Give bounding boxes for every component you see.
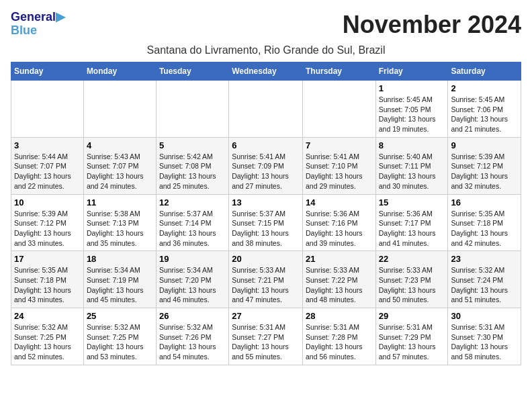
calendar-cell: 22Sunrise: 5:33 AM Sunset: 7:23 PM Dayli…	[375, 251, 448, 308]
calendar-cell: 4Sunrise: 5:43 AM Sunset: 7:07 PM Daylig…	[83, 137, 156, 194]
weekday-header-monday: Monday	[83, 62, 156, 81]
day-number: 13	[232, 197, 300, 208]
day-number: 8	[379, 140, 445, 150]
day-number: 28	[306, 311, 373, 321]
day-number: 3	[14, 140, 81, 150]
day-number: 24	[14, 311, 81, 321]
calendar-table: SundayMondayTuesdayWednesdayThursdayFrid…	[11, 62, 521, 365]
day-info: Sunrise: 5:31 AM Sunset: 7:30 PM Dayligh…	[451, 322, 518, 362]
day-number: 9	[451, 140, 518, 150]
location-title: Santana do Livramento, Rio Grande do Sul…	[11, 44, 521, 56]
calendar-cell: 28Sunrise: 5:31 AM Sunset: 7:28 PM Dayli…	[302, 308, 375, 365]
day-info: Sunrise: 5:41 AM Sunset: 7:10 PM Dayligh…	[306, 152, 373, 191]
day-number: 2	[451, 83, 518, 93]
day-number: 6	[232, 140, 300, 150]
calendar-cell: 15Sunrise: 5:36 AM Sunset: 7:17 PM Dayli…	[375, 194, 448, 251]
day-number: 21	[306, 254, 373, 264]
calendar-cell: 11Sunrise: 5:38 AM Sunset: 7:13 PM Dayli…	[83, 194, 156, 251]
day-info: Sunrise: 5:38 AM Sunset: 7:13 PM Dayligh…	[87, 209, 153, 248]
calendar-week-5: 24Sunrise: 5:32 AM Sunset: 7:25 PM Dayli…	[11, 308, 521, 365]
calendar-cell: 29Sunrise: 5:31 AM Sunset: 7:29 PM Dayli…	[375, 308, 448, 365]
day-info: Sunrise: 5:34 AM Sunset: 7:19 PM Dayligh…	[87, 265, 153, 305]
calendar-cell: 6Sunrise: 5:41 AM Sunset: 7:09 PM Daylig…	[229, 137, 303, 194]
calendar-cell	[83, 81, 156, 138]
calendar-cell	[302, 81, 375, 138]
day-info: Sunrise: 5:43 AM Sunset: 7:07 PM Dayligh…	[87, 152, 153, 191]
day-info: Sunrise: 5:40 AM Sunset: 7:11 PM Dayligh…	[379, 152, 445, 191]
day-number: 26	[159, 311, 226, 321]
day-number: 14	[306, 197, 373, 208]
weekday-header-tuesday: Tuesday	[156, 62, 228, 81]
logo-text: General▶Blue	[11, 11, 65, 38]
day-info: Sunrise: 5:37 AM Sunset: 7:15 PM Dayligh…	[232, 209, 300, 248]
calendar-cell: 5Sunrise: 5:42 AM Sunset: 7:08 PM Daylig…	[156, 137, 228, 194]
day-info: Sunrise: 5:32 AM Sunset: 7:26 PM Dayligh…	[159, 322, 226, 362]
weekday-header-saturday: Saturday	[448, 62, 521, 81]
day-info: Sunrise: 5:31 AM Sunset: 7:29 PM Dayligh…	[379, 322, 445, 362]
day-info: Sunrise: 5:34 AM Sunset: 7:20 PM Dayligh…	[159, 265, 226, 305]
day-number: 29	[379, 311, 445, 321]
day-info: Sunrise: 5:32 AM Sunset: 7:25 PM Dayligh…	[87, 322, 153, 362]
day-number: 7	[306, 140, 373, 150]
day-number: 1	[379, 83, 445, 93]
month-title: November 2024	[343, 11, 521, 39]
day-number: 15	[379, 197, 445, 208]
day-info: Sunrise: 5:31 AM Sunset: 7:27 PM Dayligh…	[232, 322, 300, 362]
logo-accent: ▶	[56, 10, 65, 24]
calendar-cell: 9Sunrise: 5:39 AM Sunset: 7:12 PM Daylig…	[448, 137, 521, 194]
day-info: Sunrise: 5:32 AM Sunset: 7:24 PM Dayligh…	[451, 265, 518, 305]
day-info: Sunrise: 5:35 AM Sunset: 7:18 PM Dayligh…	[451, 209, 518, 248]
day-number: 10	[14, 197, 81, 208]
calendar-cell: 10Sunrise: 5:39 AM Sunset: 7:12 PM Dayli…	[11, 194, 84, 251]
calendar-header-row: SundayMondayTuesdayWednesdayThursdayFrid…	[11, 62, 521, 81]
calendar-cell	[156, 81, 228, 138]
calendar-cell: 23Sunrise: 5:32 AM Sunset: 7:24 PM Dayli…	[448, 251, 521, 308]
calendar-week-2: 3Sunrise: 5:44 AM Sunset: 7:07 PM Daylig…	[11, 137, 521, 194]
day-number: 4	[87, 140, 153, 150]
calendar-body: 1Sunrise: 5:45 AM Sunset: 7:05 PM Daylig…	[11, 81, 521, 365]
weekday-header-friday: Friday	[375, 62, 448, 81]
calendar-cell	[11, 81, 84, 138]
calendar-cell: 21Sunrise: 5:33 AM Sunset: 7:22 PM Dayli…	[302, 251, 375, 308]
day-info: Sunrise: 5:35 AM Sunset: 7:18 PM Dayligh…	[14, 265, 81, 305]
calendar-cell: 18Sunrise: 5:34 AM Sunset: 7:19 PM Dayli…	[83, 251, 156, 308]
day-info: Sunrise: 5:36 AM Sunset: 7:17 PM Dayligh…	[379, 209, 445, 248]
calendar-cell: 13Sunrise: 5:37 AM Sunset: 7:15 PM Dayli…	[229, 194, 303, 251]
page-header: General▶Blue November 2024	[11, 11, 521, 40]
day-number: 18	[87, 254, 153, 264]
calendar-cell: 17Sunrise: 5:35 AM Sunset: 7:18 PM Dayli…	[11, 251, 84, 308]
calendar-cell: 30Sunrise: 5:31 AM Sunset: 7:30 PM Dayli…	[448, 308, 521, 365]
day-number: 12	[159, 197, 226, 208]
weekday-header-wednesday: Wednesday	[229, 62, 303, 81]
day-info: Sunrise: 5:33 AM Sunset: 7:22 PM Dayligh…	[306, 265, 373, 305]
day-info: Sunrise: 5:45 AM Sunset: 7:05 PM Dayligh…	[379, 95, 445, 134]
calendar-cell: 20Sunrise: 5:33 AM Sunset: 7:21 PM Dayli…	[229, 251, 303, 308]
day-info: Sunrise: 5:42 AM Sunset: 7:08 PM Dayligh…	[159, 152, 226, 191]
day-info: Sunrise: 5:33 AM Sunset: 7:21 PM Dayligh…	[232, 265, 300, 305]
calendar-cell: 27Sunrise: 5:31 AM Sunset: 7:27 PM Dayli…	[229, 308, 303, 365]
day-number: 25	[87, 311, 153, 321]
calendar-cell: 24Sunrise: 5:32 AM Sunset: 7:25 PM Dayli…	[11, 308, 84, 365]
day-info: Sunrise: 5:45 AM Sunset: 7:06 PM Dayligh…	[451, 95, 518, 134]
day-info: Sunrise: 5:39 AM Sunset: 7:12 PM Dayligh…	[451, 152, 518, 191]
calendar-cell: 12Sunrise: 5:37 AM Sunset: 7:14 PM Dayli…	[156, 194, 228, 251]
calendar-cell	[229, 81, 303, 138]
logo: General▶Blue	[11, 11, 65, 38]
day-info: Sunrise: 5:39 AM Sunset: 7:12 PM Dayligh…	[14, 209, 81, 248]
calendar-week-1: 1Sunrise: 5:45 AM Sunset: 7:05 PM Daylig…	[11, 81, 521, 138]
calendar-cell: 1Sunrise: 5:45 AM Sunset: 7:05 PM Daylig…	[375, 81, 448, 138]
day-number: 11	[87, 197, 153, 208]
calendar-cell: 8Sunrise: 5:40 AM Sunset: 7:11 PM Daylig…	[375, 137, 448, 194]
weekday-header-thursday: Thursday	[302, 62, 375, 81]
day-info: Sunrise: 5:44 AM Sunset: 7:07 PM Dayligh…	[14, 152, 81, 191]
calendar-cell: 16Sunrise: 5:35 AM Sunset: 7:18 PM Dayli…	[448, 194, 521, 251]
day-info: Sunrise: 5:41 AM Sunset: 7:09 PM Dayligh…	[232, 152, 300, 191]
calendar-cell: 25Sunrise: 5:32 AM Sunset: 7:25 PM Dayli…	[83, 308, 156, 365]
day-number: 17	[14, 254, 81, 264]
day-info: Sunrise: 5:32 AM Sunset: 7:25 PM Dayligh…	[14, 322, 81, 362]
day-number: 27	[232, 311, 300, 321]
calendar-cell: 19Sunrise: 5:34 AM Sunset: 7:20 PM Dayli…	[156, 251, 228, 308]
day-number: 5	[159, 140, 226, 150]
calendar-cell: 26Sunrise: 5:32 AM Sunset: 7:26 PM Dayli…	[156, 308, 228, 365]
day-number: 23	[451, 254, 518, 264]
